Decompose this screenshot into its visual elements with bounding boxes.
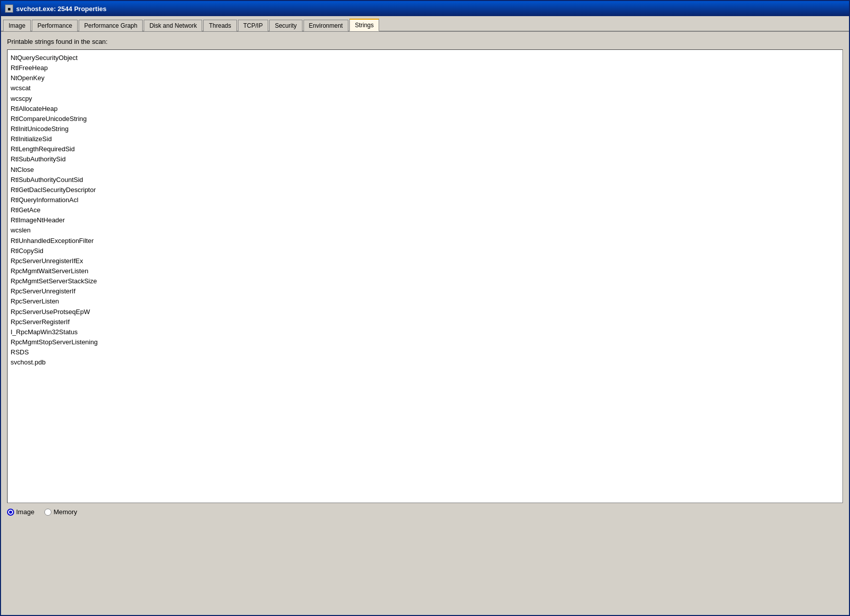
- list-item: wcscpy: [11, 94, 839, 104]
- list-item: NtClose: [11, 165, 839, 175]
- list-item: RpcServerUnregisterIf: [11, 286, 839, 296]
- list-item: RtlGetDaclSecurityDescriptor: [11, 185, 839, 195]
- list-item: RtlSubAuthoritySid: [11, 154, 839, 164]
- strings-list[interactable]: NtQuerySecurityObjectRtlFreeHeapNtOpenKe…: [7, 49, 843, 503]
- tab-image[interactable]: Image: [3, 20, 31, 31]
- tab-security[interactable]: Security: [269, 20, 302, 31]
- list-item: RtlQueryInformationAcl: [11, 195, 839, 205]
- tab-threads[interactable]: Threads: [203, 20, 236, 31]
- list-item: I_RpcMapWin32Status: [11, 327, 839, 337]
- description-label: Printable strings found in the scan:: [7, 38, 843, 45]
- list-item: RtlCompareUnicodeString: [11, 114, 839, 124]
- tabs-bar: ImagePerformancePerformance GraphDisk an…: [1, 16, 849, 32]
- window-icon: ■: [5, 5, 13, 13]
- list-item: RtlGetAce: [11, 205, 839, 215]
- list-item: RpcServerRegisterIf: [11, 317, 839, 327]
- list-item: RpcServerListen: [11, 296, 839, 306]
- radio-label-image: Image: [16, 508, 34, 516]
- tab-environment[interactable]: Environment: [303, 20, 348, 31]
- radio-option-image[interactable]: Image: [7, 508, 34, 516]
- tab-strings[interactable]: Strings: [349, 19, 379, 31]
- list-item: RtlSubAuthorityCountSid: [11, 175, 839, 185]
- list-item: wcslen: [11, 225, 839, 235]
- window-title: svchost.exe: 2544 Properties: [16, 5, 106, 13]
- list-item: RtlInitUnicodeString: [11, 124, 839, 134]
- tab-tcp/ip[interactable]: TCP/IP: [238, 20, 269, 31]
- list-item: NtOpenKey: [11, 73, 839, 83]
- list-item: RtlCopySid: [11, 246, 839, 256]
- list-item: RtlFreeHeap: [11, 63, 839, 73]
- list-item: wcscat: [11, 83, 839, 93]
- radio-button-memory[interactable]: [44, 509, 51, 516]
- tab-performance[interactable]: Performance: [32, 20, 78, 31]
- list-item: RtlImageNtHeader: [11, 215, 839, 225]
- list-item: RpcServerUnregisterIfEx: [11, 256, 839, 266]
- content-area: Printable strings found in the scan: NtQ…: [1, 32, 849, 611]
- list-item: RpcMgmtSetServerStackSize: [11, 276, 839, 286]
- list-item: RtlLengthRequiredSid: [11, 144, 839, 154]
- list-item: RpcMgmtWaitServerListen: [11, 266, 839, 276]
- tab-performance-graph[interactable]: Performance Graph: [79, 20, 143, 31]
- tab-disk-and-network[interactable]: Disk and Network: [144, 20, 202, 31]
- list-item: RpcServerUseProtseqEpW: [11, 307, 839, 317]
- radio-label-memory: Memory: [53, 508, 77, 516]
- radio-option-memory[interactable]: Memory: [44, 508, 77, 516]
- title-bar: ■ svchost.exe: 2544 Properties: [1, 1, 849, 16]
- list-item: RtlUnhandledExceptionFilter: [11, 236, 839, 246]
- list-item: svchost.pdb: [11, 357, 839, 367]
- radio-row: ImageMemory: [7, 503, 843, 518]
- list-item: RtlAllocateHeap: [11, 104, 839, 114]
- list-item: RpcMgmtStopServerListening: [11, 337, 839, 347]
- list-item: NtQuerySecurityObject: [11, 53, 839, 63]
- main-window: ■ svchost.exe: 2544 Properties ImagePerf…: [0, 0, 850, 616]
- list-item: RtlInitializeSid: [11, 134, 839, 144]
- radio-button-image[interactable]: [7, 509, 14, 516]
- list-item: RSDS: [11, 347, 839, 357]
